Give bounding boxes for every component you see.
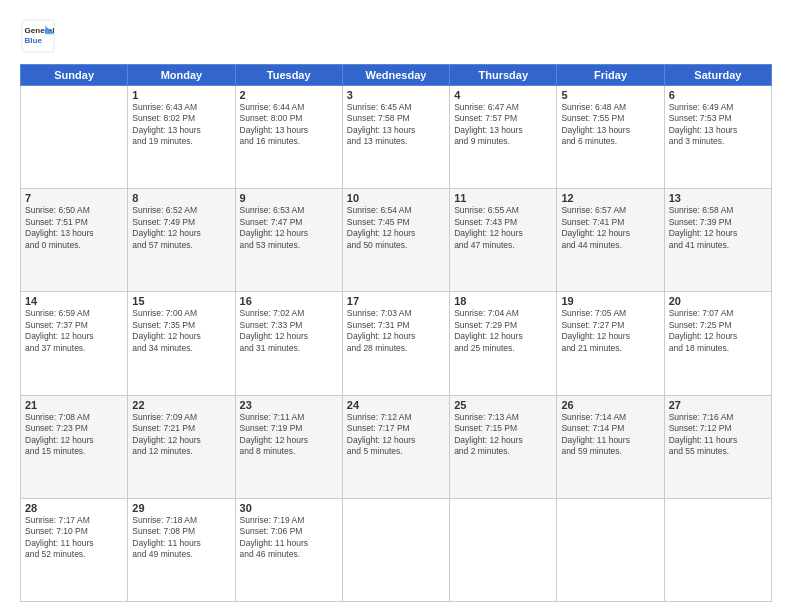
table-cell [342,498,449,601]
week-row-2: 7Sunrise: 6:50 AM Sunset: 7:51 PM Daylig… [21,189,772,292]
week-row-4: 21Sunrise: 7:08 AM Sunset: 7:23 PM Dayli… [21,395,772,498]
table-cell: 12Sunrise: 6:57 AM Sunset: 7:41 PM Dayli… [557,189,664,292]
table-cell: 23Sunrise: 7:11 AM Sunset: 7:19 PM Dayli… [235,395,342,498]
day-info: Sunrise: 6:45 AM Sunset: 7:58 PM Dayligh… [347,102,445,148]
day-info: Sunrise: 7:18 AM Sunset: 7:08 PM Dayligh… [132,515,230,561]
day-info: Sunrise: 7:03 AM Sunset: 7:31 PM Dayligh… [347,308,445,354]
table-cell: 16Sunrise: 7:02 AM Sunset: 7:33 PM Dayli… [235,292,342,395]
day-info: Sunrise: 6:57 AM Sunset: 7:41 PM Dayligh… [561,205,659,251]
weekday-header-sunday: Sunday [21,65,128,86]
day-info: Sunrise: 7:12 AM Sunset: 7:17 PM Dayligh… [347,412,445,458]
table-cell: 8Sunrise: 6:52 AM Sunset: 7:49 PM Daylig… [128,189,235,292]
weekday-header-monday: Monday [128,65,235,86]
day-number: 29 [132,502,230,514]
table-cell: 30Sunrise: 7:19 AM Sunset: 7:06 PM Dayli… [235,498,342,601]
day-number: 1 [132,89,230,101]
day-number: 24 [347,399,445,411]
day-number: 14 [25,295,123,307]
table-cell: 22Sunrise: 7:09 AM Sunset: 7:21 PM Dayli… [128,395,235,498]
day-info: Sunrise: 6:50 AM Sunset: 7:51 PM Dayligh… [25,205,123,251]
day-info: Sunrise: 7:16 AM Sunset: 7:12 PM Dayligh… [669,412,767,458]
day-info: Sunrise: 6:58 AM Sunset: 7:39 PM Dayligh… [669,205,767,251]
week-row-3: 14Sunrise: 6:59 AM Sunset: 7:37 PM Dayli… [21,292,772,395]
day-number: 17 [347,295,445,307]
table-cell: 5Sunrise: 6:48 AM Sunset: 7:55 PM Daylig… [557,86,664,189]
day-number: 20 [669,295,767,307]
table-cell: 13Sunrise: 6:58 AM Sunset: 7:39 PM Dayli… [664,189,771,292]
day-number: 11 [454,192,552,204]
table-cell [664,498,771,601]
calendar-table: SundayMondayTuesdayWednesdayThursdayFrid… [20,64,772,602]
weekday-header-row: SundayMondayTuesdayWednesdayThursdayFrid… [21,65,772,86]
table-cell: 9Sunrise: 6:53 AM Sunset: 7:47 PM Daylig… [235,189,342,292]
day-info: Sunrise: 6:43 AM Sunset: 8:02 PM Dayligh… [132,102,230,148]
day-info: Sunrise: 6:59 AM Sunset: 7:37 PM Dayligh… [25,308,123,354]
day-number: 10 [347,192,445,204]
table-cell: 7Sunrise: 6:50 AM Sunset: 7:51 PM Daylig… [21,189,128,292]
table-cell: 14Sunrise: 6:59 AM Sunset: 7:37 PM Dayli… [21,292,128,395]
day-info: Sunrise: 7:13 AM Sunset: 7:15 PM Dayligh… [454,412,552,458]
day-info: Sunrise: 7:09 AM Sunset: 7:21 PM Dayligh… [132,412,230,458]
day-info: Sunrise: 6:52 AM Sunset: 7:49 PM Dayligh… [132,205,230,251]
logo-icon: General Blue [20,18,56,54]
day-info: Sunrise: 7:14 AM Sunset: 7:14 PM Dayligh… [561,412,659,458]
day-number: 7 [25,192,123,204]
logo: General Blue [20,18,58,54]
table-cell: 11Sunrise: 6:55 AM Sunset: 7:43 PM Dayli… [450,189,557,292]
table-cell: 1Sunrise: 6:43 AM Sunset: 8:02 PM Daylig… [128,86,235,189]
table-cell: 19Sunrise: 7:05 AM Sunset: 7:27 PM Dayli… [557,292,664,395]
weekday-header-wednesday: Wednesday [342,65,449,86]
svg-text:Blue: Blue [25,36,43,45]
table-cell [557,498,664,601]
table-cell: 10Sunrise: 6:54 AM Sunset: 7:45 PM Dayli… [342,189,449,292]
day-info: Sunrise: 6:49 AM Sunset: 7:53 PM Dayligh… [669,102,767,148]
weekday-header-saturday: Saturday [664,65,771,86]
day-number: 19 [561,295,659,307]
day-number: 28 [25,502,123,514]
table-cell: 29Sunrise: 7:18 AM Sunset: 7:08 PM Dayli… [128,498,235,601]
day-number: 4 [454,89,552,101]
day-number: 22 [132,399,230,411]
day-info: Sunrise: 7:02 AM Sunset: 7:33 PM Dayligh… [240,308,338,354]
header: General Blue [20,18,772,54]
table-cell: 21Sunrise: 7:08 AM Sunset: 7:23 PM Dayli… [21,395,128,498]
day-number: 26 [561,399,659,411]
table-cell: 27Sunrise: 7:16 AM Sunset: 7:12 PM Dayli… [664,395,771,498]
day-info: Sunrise: 6:54 AM Sunset: 7:45 PM Dayligh… [347,205,445,251]
table-cell: 4Sunrise: 6:47 AM Sunset: 7:57 PM Daylig… [450,86,557,189]
page: General Blue SundayMondayTuesdayWednesda… [0,0,792,612]
day-number: 25 [454,399,552,411]
table-cell: 28Sunrise: 7:17 AM Sunset: 7:10 PM Dayli… [21,498,128,601]
day-number: 13 [669,192,767,204]
table-cell: 24Sunrise: 7:12 AM Sunset: 7:17 PM Dayli… [342,395,449,498]
table-cell: 26Sunrise: 7:14 AM Sunset: 7:14 PM Dayli… [557,395,664,498]
table-cell [450,498,557,601]
day-info: Sunrise: 6:48 AM Sunset: 7:55 PM Dayligh… [561,102,659,148]
week-row-1: 1Sunrise: 6:43 AM Sunset: 8:02 PM Daylig… [21,86,772,189]
day-info: Sunrise: 7:17 AM Sunset: 7:10 PM Dayligh… [25,515,123,561]
day-number: 12 [561,192,659,204]
day-number: 3 [347,89,445,101]
weekday-header-tuesday: Tuesday [235,65,342,86]
day-info: Sunrise: 6:47 AM Sunset: 7:57 PM Dayligh… [454,102,552,148]
day-number: 2 [240,89,338,101]
table-cell: 15Sunrise: 7:00 AM Sunset: 7:35 PM Dayli… [128,292,235,395]
day-number: 9 [240,192,338,204]
table-cell: 2Sunrise: 6:44 AM Sunset: 8:00 PM Daylig… [235,86,342,189]
table-cell: 20Sunrise: 7:07 AM Sunset: 7:25 PM Dayli… [664,292,771,395]
day-number: 15 [132,295,230,307]
day-number: 21 [25,399,123,411]
weekday-header-thursday: Thursday [450,65,557,86]
day-number: 8 [132,192,230,204]
table-cell: 18Sunrise: 7:04 AM Sunset: 7:29 PM Dayli… [450,292,557,395]
table-cell: 6Sunrise: 6:49 AM Sunset: 7:53 PM Daylig… [664,86,771,189]
day-info: Sunrise: 6:44 AM Sunset: 8:00 PM Dayligh… [240,102,338,148]
day-number: 23 [240,399,338,411]
day-info: Sunrise: 6:53 AM Sunset: 7:47 PM Dayligh… [240,205,338,251]
day-info: Sunrise: 7:19 AM Sunset: 7:06 PM Dayligh… [240,515,338,561]
day-info: Sunrise: 6:55 AM Sunset: 7:43 PM Dayligh… [454,205,552,251]
weekday-header-friday: Friday [557,65,664,86]
day-number: 27 [669,399,767,411]
day-number: 6 [669,89,767,101]
table-cell [21,86,128,189]
